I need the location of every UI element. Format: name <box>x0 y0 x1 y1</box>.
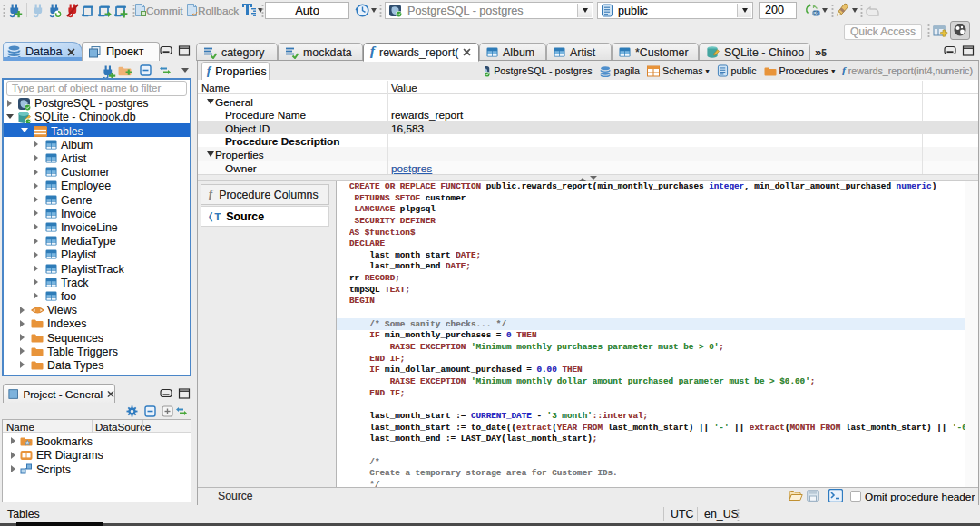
svg-text:DB: DB <box>814 11 819 15</box>
